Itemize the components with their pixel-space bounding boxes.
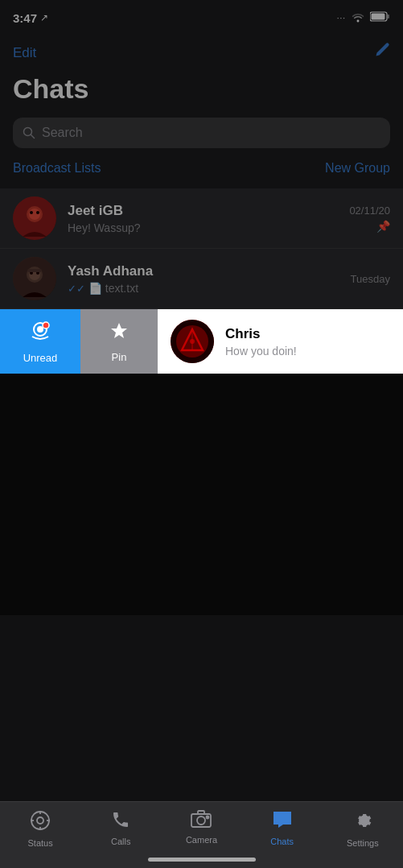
svg-rect-34 <box>198 811 204 814</box>
tab-settings[interactable]: Settings <box>339 810 387 848</box>
svg-rect-16 <box>27 269 42 272</box>
chat-info-jeet: Jeet iGB Hey! Wassup? <box>68 203 343 234</box>
broadcast-lists-link[interactable]: Broadcast Lists <box>13 161 101 176</box>
chat-time-jeet: 02/11/20 <box>349 205 390 217</box>
tab-status[interactable]: Status <box>16 810 64 848</box>
calls-tab-label: Calls <box>111 837 130 846</box>
new-group-link[interactable]: New Group <box>325 161 390 176</box>
edit-button[interactable]: Edit <box>13 45 36 61</box>
home-indicator <box>148 858 256 862</box>
tab-calls[interactable]: Calls <box>97 810 145 846</box>
svg-point-35 <box>207 816 209 819</box>
status-icons: ··· <box>337 10 390 25</box>
status-tab-label: Status <box>28 838 53 848</box>
file-icon: 📄 text.txt <box>88 282 138 295</box>
unread-icon <box>28 319 52 349</box>
camera-tab-icon <box>191 810 212 833</box>
svg-point-25 <box>190 339 195 344</box>
avatar-jeet <box>13 196 56 240</box>
search-icon <box>23 126 35 139</box>
settings-tab-icon <box>352 810 373 836</box>
battery-icon <box>370 10 390 25</box>
status-bar: 3:47 ↗ ··· <box>0 0 403 35</box>
chris-info: Chris How you doin! <box>225 326 390 358</box>
chris-name: Chris <box>225 326 390 342</box>
search-bar[interactable]: Search <box>13 118 390 148</box>
pin-label: Pin <box>112 351 127 363</box>
location-icon: ↗ <box>40 12 48 23</box>
swipe-actions: Unread Pin <box>0 309 403 374</box>
pin-action-button[interactable]: Pin <box>80 309 158 374</box>
tab-camera[interactable]: Camera <box>177 810 225 845</box>
double-check-icon: ✓✓ <box>68 283 85 295</box>
chat-time-yash: Tuesday <box>351 273 390 285</box>
svg-point-9 <box>30 211 33 214</box>
unread-action-button[interactable]: Unread <box>0 309 80 374</box>
page-title: Chats <box>13 73 390 105</box>
pin-action-icon <box>108 320 130 348</box>
camera-tab-label: Camera <box>186 835 217 845</box>
svg-rect-1 <box>372 14 385 20</box>
dimmed-area <box>0 374 403 615</box>
chat-name-yash: Yash Adhana <box>68 263 344 279</box>
search-placeholder: Search <box>42 126 83 140</box>
svg-rect-2 <box>388 14 390 19</box>
wifi-icon <box>351 11 365 25</box>
chat-row-jeet[interactable]: Jeet iGB Hey! Wassup? 02/11/20 📌 <box>0 188 403 249</box>
title-section: Chats <box>0 73 403 114</box>
quick-links: Broadcast Lists New Group <box>0 158 403 188</box>
svg-point-10 <box>36 211 39 214</box>
settings-tab-label: Settings <box>347 838 379 848</box>
status-tab-icon <box>30 810 51 836</box>
search-bar-container: Search <box>0 114 403 158</box>
svg-point-27 <box>37 817 43 824</box>
compose-icon[interactable] <box>372 42 390 64</box>
calls-tab-icon <box>111 810 130 834</box>
chat-row-yash[interactable]: Yash Adhana ✓✓ 📄 text.txt Tuesday <box>0 249 403 309</box>
swipe-zone: Unread Pin <box>0 309 403 374</box>
svg-point-33 <box>197 816 205 825</box>
svg-point-8 <box>29 209 40 220</box>
chat-meta-jeet: 02/11/20 📌 <box>349 205 390 233</box>
signal-dots: ··· <box>337 14 346 23</box>
chat-info-yash: Yash Adhana ✓✓ 📄 text.txt <box>68 263 344 295</box>
chats-tab-icon <box>272 810 293 834</box>
svg-line-5 <box>31 135 35 138</box>
svg-point-19 <box>43 322 49 329</box>
chat-name-jeet: Jeet iGB <box>68 203 343 219</box>
pin-icon-jeet: 📌 <box>376 220 390 233</box>
chris-preview: How you doin! <box>225 345 390 358</box>
unread-label: Unread <box>23 352 58 364</box>
chat-preview-jeet: Hey! Wassup? <box>68 221 343 234</box>
tab-chats[interactable]: Chats <box>258 810 306 846</box>
chat-row-chris[interactable]: Chris How you doin! <box>158 309 403 374</box>
avatar-chris <box>171 320 214 363</box>
chat-preview-yash: ✓✓ 📄 text.txt <box>68 282 344 295</box>
status-time: 3:47 <box>13 11 37 25</box>
chat-meta-yash: Tuesday <box>351 273 390 285</box>
svg-point-26 <box>31 812 49 829</box>
nav-bar: Edit <box>0 35 403 73</box>
chats-tab-label: Chats <box>270 837 294 846</box>
avatar-yash <box>13 257 56 300</box>
